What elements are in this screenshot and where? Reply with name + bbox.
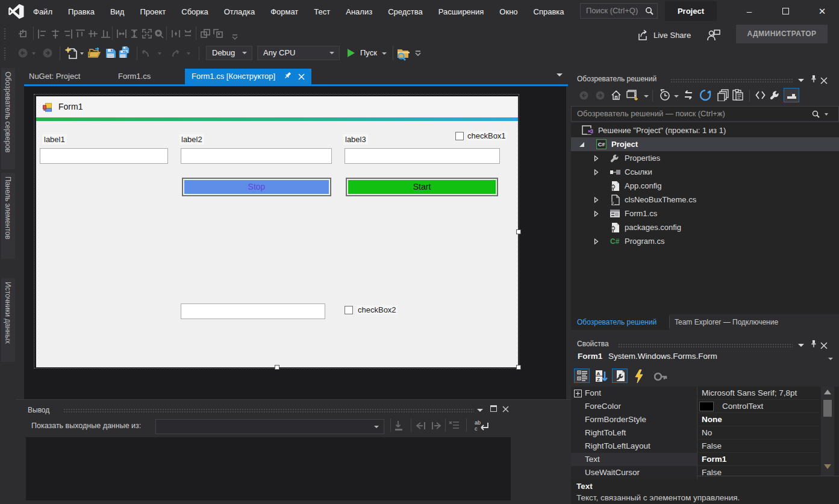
svg-text:C#: C# <box>610 237 620 245</box>
svg-text:C#: C# <box>598 142 605 148</box>
svg-text:Z: Z <box>597 377 600 382</box>
svg-text:ab: ab <box>475 420 481 426</box>
svg-text:A: A <box>597 371 600 376</box>
svg-text:c: c <box>475 426 478 432</box>
